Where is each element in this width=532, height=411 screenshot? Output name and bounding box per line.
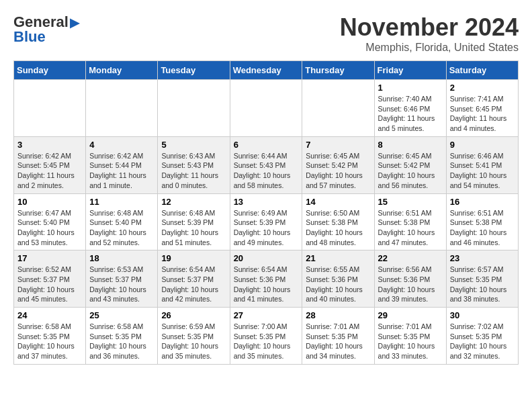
day-info: Sunrise: 6:46 AM Sunset: 5:41 PM Dayligh…: [450, 151, 515, 191]
day-number: 4: [89, 140, 154, 150]
week-row-4: 17Sunrise: 6:52 AM Sunset: 5:37 PM Dayli…: [14, 250, 519, 308]
day-info: Sunrise: 6:57 AM Sunset: 5:35 PM Dayligh…: [450, 265, 515, 304]
day-cell: 24Sunrise: 6:58 AM Sunset: 5:35 PM Dayli…: [14, 308, 86, 365]
day-cell: 7Sunrise: 6:45 AM Sunset: 5:42 PM Daylig…: [302, 136, 374, 193]
day-number: 21: [306, 253, 370, 263]
col-saturday: Saturday: [446, 61, 518, 80]
day-info: Sunrise: 6:54 AM Sunset: 5:36 PM Dayligh…: [234, 265, 299, 304]
main-title: November 2024: [340, 13, 519, 42]
week-row-3: 10Sunrise: 6:47 AM Sunset: 5:40 PM Dayli…: [14, 193, 519, 250]
day-info: Sunrise: 7:02 AM Sunset: 5:35 PM Dayligh…: [450, 322, 515, 361]
day-number: 8: [378, 140, 443, 150]
day-info: Sunrise: 6:48 AM Sunset: 5:40 PM Dayligh…: [89, 208, 154, 248]
day-info: Sunrise: 6:47 AM Sunset: 5:40 PM Dayligh…: [17, 208, 82, 248]
day-number: 15: [378, 197, 443, 207]
day-cell: 13Sunrise: 6:49 AM Sunset: 5:39 PM Dayli…: [230, 193, 302, 250]
title-section: November 2024 Memphis, Florida, United S…: [340, 13, 519, 54]
day-info: Sunrise: 7:01 AM Sunset: 5:35 PM Dayligh…: [306, 322, 370, 361]
day-info: Sunrise: 6:54 AM Sunset: 5:37 PM Dayligh…: [161, 265, 226, 304]
day-info: Sunrise: 7:40 AM Sunset: 6:46 PM Dayligh…: [378, 94, 443, 134]
day-cell: 27Sunrise: 7:00 AM Sunset: 5:35 PM Dayli…: [230, 308, 302, 365]
day-info: Sunrise: 6:49 AM Sunset: 5:39 PM Dayligh…: [234, 208, 299, 248]
day-number: 30: [450, 310, 515, 320]
day-info: Sunrise: 6:42 AM Sunset: 5:45 PM Dayligh…: [17, 151, 82, 191]
day-info: Sunrise: 6:51 AM Sunset: 5:38 PM Dayligh…: [378, 208, 443, 248]
day-number: 9: [450, 140, 515, 150]
day-info: Sunrise: 6:51 AM Sunset: 5:38 PM Dayligh…: [450, 208, 515, 248]
day-info: Sunrise: 6:50 AM Sunset: 5:38 PM Dayligh…: [306, 208, 370, 248]
day-cell: 10Sunrise: 6:47 AM Sunset: 5:40 PM Dayli…: [14, 193, 86, 250]
day-cell: 11Sunrise: 6:48 AM Sunset: 5:40 PM Dayli…: [86, 193, 158, 250]
logo-blue: Blue: [13, 28, 46, 46]
day-cell: 28Sunrise: 7:01 AM Sunset: 5:35 PM Dayli…: [302, 308, 374, 365]
day-info: Sunrise: 6:45 AM Sunset: 5:42 PM Dayligh…: [378, 151, 443, 191]
day-number: 28: [306, 310, 370, 320]
day-info: Sunrise: 6:42 AM Sunset: 5:44 PM Dayligh…: [89, 151, 154, 191]
day-info: Sunrise: 6:58 AM Sunset: 5:35 PM Dayligh…: [89, 322, 154, 361]
day-cell: 5Sunrise: 6:43 AM Sunset: 5:43 PM Daylig…: [158, 136, 230, 193]
day-number: 27: [234, 310, 299, 320]
day-cell: [302, 80, 374, 137]
day-info: Sunrise: 6:56 AM Sunset: 5:36 PM Dayligh…: [378, 265, 443, 304]
day-number: 26: [161, 310, 226, 320]
day-info: Sunrise: 7:00 AM Sunset: 5:35 PM Dayligh…: [234, 322, 299, 361]
day-number: 24: [17, 310, 82, 320]
day-number: 19: [161, 253, 226, 263]
day-number: 13: [234, 197, 299, 207]
day-number: 17: [17, 253, 82, 263]
day-info: Sunrise: 6:45 AM Sunset: 5:42 PM Dayligh…: [306, 151, 370, 191]
day-number: 7: [306, 140, 370, 150]
day-number: 29: [378, 310, 443, 320]
day-cell: 15Sunrise: 6:51 AM Sunset: 5:38 PM Dayli…: [374, 193, 446, 250]
day-cell: 29Sunrise: 7:01 AM Sunset: 5:35 PM Dayli…: [374, 308, 446, 365]
day-cell: 4Sunrise: 6:42 AM Sunset: 5:44 PM Daylig…: [86, 136, 158, 193]
day-number: 3: [17, 140, 82, 150]
day-cell: 17Sunrise: 6:52 AM Sunset: 5:37 PM Dayli…: [14, 250, 86, 308]
day-number: 18: [89, 253, 154, 263]
day-cell: [14, 80, 86, 137]
day-number: 6: [234, 140, 299, 150]
day-info: Sunrise: 6:53 AM Sunset: 5:37 PM Dayligh…: [89, 265, 154, 304]
week-row-1: 1Sunrise: 7:40 AM Sunset: 6:46 PM Daylig…: [14, 80, 519, 137]
day-info: Sunrise: 6:44 AM Sunset: 5:43 PM Dayligh…: [234, 151, 299, 191]
day-cell: 22Sunrise: 6:56 AM Sunset: 5:36 PM Dayli…: [374, 250, 446, 308]
day-number: 12: [161, 197, 226, 207]
week-row-5: 24Sunrise: 6:58 AM Sunset: 5:35 PM Dayli…: [14, 308, 519, 365]
day-number: 11: [89, 197, 154, 207]
day-info: Sunrise: 6:52 AM Sunset: 5:37 PM Dayligh…: [17, 265, 82, 304]
day-cell: 18Sunrise: 6:53 AM Sunset: 5:37 PM Dayli…: [86, 250, 158, 308]
sub-title: Memphis, Florida, United States: [340, 42, 519, 54]
day-info: Sunrise: 6:58 AM Sunset: 5:35 PM Dayligh…: [17, 322, 82, 361]
day-cell: 3Sunrise: 6:42 AM Sunset: 5:45 PM Daylig…: [14, 136, 86, 193]
day-number: 25: [89, 310, 154, 320]
col-sunday: Sunday: [14, 61, 86, 80]
day-cell: 9Sunrise: 6:46 AM Sunset: 5:41 PM Daylig…: [446, 136, 518, 193]
day-cell: 14Sunrise: 6:50 AM Sunset: 5:38 PM Dayli…: [302, 193, 374, 250]
day-number: 22: [378, 253, 443, 263]
day-info: Sunrise: 6:43 AM Sunset: 5:43 PM Dayligh…: [161, 151, 226, 191]
week-row-2: 3Sunrise: 6:42 AM Sunset: 5:45 PM Daylig…: [14, 136, 519, 193]
day-cell: [158, 80, 230, 137]
day-info: Sunrise: 6:55 AM Sunset: 5:36 PM Dayligh…: [306, 265, 370, 304]
day-number: 2: [450, 83, 515, 93]
day-cell: 19Sunrise: 6:54 AM Sunset: 5:37 PM Dayli…: [158, 250, 230, 308]
day-cell: 1Sunrise: 7:40 AM Sunset: 6:46 PM Daylig…: [374, 80, 446, 137]
day-cell: 25Sunrise: 6:58 AM Sunset: 5:35 PM Dayli…: [86, 308, 158, 365]
day-cell: 2Sunrise: 7:41 AM Sunset: 6:45 PM Daylig…: [446, 80, 518, 137]
day-cell: [86, 80, 158, 137]
day-cell: 12Sunrise: 6:48 AM Sunset: 5:39 PM Dayli…: [158, 193, 230, 250]
logo: General▶ Blue: [13, 13, 79, 46]
day-cell: 23Sunrise: 6:57 AM Sunset: 5:35 PM Dayli…: [446, 250, 518, 308]
col-thursday: Thursday: [302, 61, 374, 80]
day-cell: 20Sunrise: 6:54 AM Sunset: 5:36 PM Dayli…: [230, 250, 302, 308]
header: General▶ Blue November 2024 Memphis, Flo…: [13, 13, 519, 54]
col-monday: Monday: [86, 61, 158, 80]
day-number: 23: [450, 253, 515, 263]
day-number: 10: [17, 197, 82, 207]
day-number: 16: [450, 197, 515, 207]
day-number: 14: [306, 197, 370, 207]
day-cell: 21Sunrise: 6:55 AM Sunset: 5:36 PM Dayli…: [302, 250, 374, 308]
col-tuesday: Tuesday: [158, 61, 230, 80]
col-wednesday: Wednesday: [230, 61, 302, 80]
calendar-header-row: Sunday Monday Tuesday Wednesday Thursday…: [14, 61, 519, 80]
